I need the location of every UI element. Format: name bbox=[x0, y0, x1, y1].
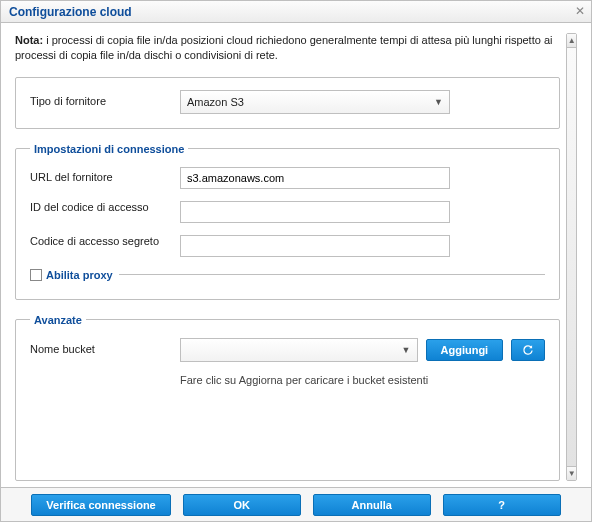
proxy-group: Abilita proxy bbox=[30, 269, 545, 285]
ok-label: OK bbox=[233, 499, 250, 511]
note-text: Nota: i processi di copia file in/da pos… bbox=[15, 33, 560, 63]
verify-connection-button[interactable]: Verifica connessione bbox=[31, 494, 170, 516]
vendor-url-label: URL del fornitore bbox=[30, 171, 170, 185]
dialog-button-bar: Verifica connessione OK Annulla ? bbox=[1, 487, 591, 521]
chevron-down-icon: ▼ bbox=[402, 345, 411, 355]
help-button[interactable]: ? bbox=[443, 494, 561, 516]
vertical-scrollbar[interactable]: ▲ ▼ bbox=[566, 33, 577, 481]
bucket-name-select[interactable]: ▼ bbox=[180, 338, 418, 362]
vendor-group: Tipo di fornitore Amazon S3 ▼ bbox=[15, 77, 560, 129]
refresh-buckets-button[interactable] bbox=[511, 339, 545, 361]
advanced-group: Avanzate Nome bucket ▼ Aggiungi bbox=[15, 314, 560, 481]
verify-connection-label: Verifica connessione bbox=[46, 499, 155, 511]
access-id-input[interactable] bbox=[180, 201, 450, 223]
note-body: i processi di copia file in/da posizioni… bbox=[15, 34, 552, 61]
secret-code-label: Codice di accesso segreto bbox=[30, 235, 170, 249]
dialog-body: Nota: i processi di copia file in/da pos… bbox=[1, 23, 591, 487]
cancel-label: Annulla bbox=[352, 499, 392, 511]
close-icon[interactable]: ✕ bbox=[573, 4, 587, 18]
vendor-type-label: Tipo di fornitore bbox=[30, 95, 170, 109]
vendor-type-select[interactable]: Amazon S3 ▼ bbox=[180, 90, 450, 114]
chevron-down-icon: ▼ bbox=[434, 97, 443, 107]
vendor-type-selected: Amazon S3 bbox=[187, 96, 244, 108]
add-bucket-button[interactable]: Aggiungi bbox=[426, 339, 504, 361]
refresh-icon bbox=[521, 343, 535, 357]
bucket-hint: Fare clic su Aggiorna per caricare i buc… bbox=[180, 374, 545, 386]
help-label: ? bbox=[498, 499, 505, 511]
note-label: Nota: bbox=[15, 34, 43, 46]
advanced-legend: Avanzate bbox=[30, 314, 86, 326]
connection-group: Impostazioni di connessione URL del forn… bbox=[15, 143, 560, 300]
vendor-url-input[interactable] bbox=[180, 167, 450, 189]
scroll-down-icon[interactable]: ▼ bbox=[567, 466, 576, 480]
dialog-title: Configurazione cloud bbox=[9, 5, 132, 19]
secret-code-input[interactable] bbox=[180, 235, 450, 257]
cancel-button[interactable]: Annulla bbox=[313, 494, 431, 516]
scroll-up-icon[interactable]: ▲ bbox=[567, 34, 576, 48]
connection-legend: Impostazioni di connessione bbox=[30, 143, 188, 155]
add-bucket-label: Aggiungi bbox=[441, 344, 489, 356]
scroll-thumb[interactable] bbox=[567, 48, 576, 466]
enable-proxy-checkbox[interactable] bbox=[30, 269, 42, 281]
titlebar: Configurazione cloud ✕ bbox=[1, 1, 591, 23]
access-id-label: ID del codice di accesso bbox=[30, 201, 170, 215]
bucket-name-label: Nome bucket bbox=[30, 343, 170, 357]
ok-button[interactable]: OK bbox=[183, 494, 301, 516]
enable-proxy-label: Abilita proxy bbox=[46, 269, 113, 281]
content-column: Nota: i processi di copia file in/da pos… bbox=[15, 33, 560, 481]
cloud-config-dialog: Configurazione cloud ✕ Nota: i processi … bbox=[0, 0, 592, 522]
